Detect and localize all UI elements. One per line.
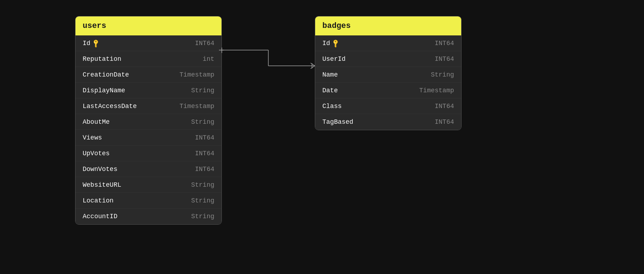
svg-line-5 [311,63,315,66]
col-type: String [431,71,454,78]
table-row: UserId INT64 [315,51,461,67]
col-type: INT64 [195,166,214,173]
col-type: Timestamp [180,71,214,78]
table-row: Name String [315,67,461,83]
table-row: WebsiteURL String [75,177,221,193]
table-row: Location String [75,193,221,209]
col-name: Views [83,134,102,141]
table-row: TagBased INT64 [315,114,461,130]
col-name: AccountID [83,213,117,220]
col-name: Location [83,197,113,204]
users-table-header: users [75,16,221,35]
col-type: Timestamp [180,103,214,110]
col-type: String [191,118,214,126]
col-name: LastAccessDate [83,103,137,110]
col-name: UserId [322,55,346,63]
table-row: Reputation int [75,51,221,67]
col-type: String [191,197,214,204]
table-row: Date Timestamp [315,83,461,98]
table-row: Class INT64 [315,98,461,114]
col-type: INT64 [435,103,454,110]
col-name: Date [322,87,338,94]
badges-table-body: Id 🔑 INT64 UserId INT64 Name String Date… [315,35,461,130]
table-row: UpVotes INT64 [75,146,221,161]
table-row: DisplayName String [75,83,221,98]
col-type: INT64 [195,134,214,141]
col-name: TagBased [322,118,353,126]
col-type: INT64 [435,118,454,126]
col-type: Timestamp [419,87,454,94]
col-name: CreationDate [83,71,129,78]
col-name: Class [322,103,342,110]
svg-line-6 [311,66,315,69]
col-name: Id 🔑 [83,40,100,47]
table-row: CreationDate Timestamp [75,67,221,83]
col-name: Reputation [83,55,121,63]
badges-table: badges Id 🔑 INT64 UserId INT64 Name Stri… [315,16,462,130]
table-row: Id 🔑 INT64 [75,35,221,51]
table-row: AboutMe String [75,114,221,130]
col-type: INT64 [195,150,214,157]
key-icon: 🔑 [91,38,101,48]
users-table-body: Id 🔑 INT64 Reputation int CreationDate T… [75,35,221,224]
badges-table-header: badges [315,16,461,35]
canvas: users Id 🔑 INT64 Reputation int Creation… [0,0,644,274]
col-type: INT64 [435,55,454,63]
col-type: String [191,213,214,220]
col-type: String [191,87,214,94]
col-type: INT64 [435,40,454,47]
col-type: String [191,181,214,189]
col-name: DownVotes [83,166,117,173]
table-row: AccountID String [75,209,221,224]
table-row: DownVotes INT64 [75,161,221,177]
table-row: Views INT64 [75,130,221,146]
col-name: Name [322,71,338,78]
col-name: DisplayName [83,87,125,94]
col-type: int [203,55,214,63]
table-row: LastAccessDate Timestamp [75,98,221,114]
col-name: UpVotes [83,150,110,157]
key-icon: 🔑 [331,38,341,48]
users-table: users Id 🔑 INT64 Reputation int Creation… [75,16,222,225]
col-name: Id 🔑 [322,40,340,47]
table-row: Id 🔑 INT64 [315,35,461,51]
col-name: AboutMe [83,118,110,126]
col-name: WebsiteURL [83,181,121,189]
col-type: INT64 [195,40,214,47]
